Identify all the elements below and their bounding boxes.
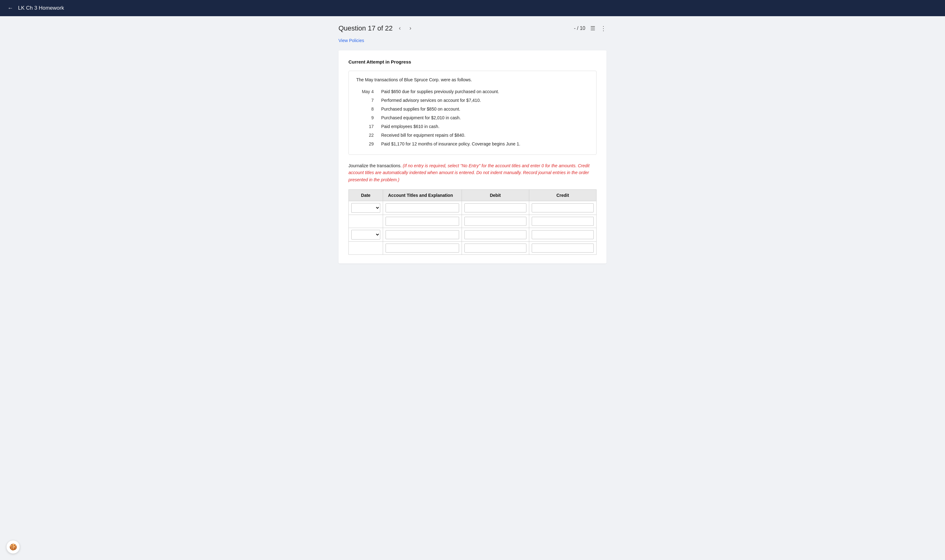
transaction-date: 9 (356, 115, 381, 120)
journal-credit-cell (529, 242, 596, 255)
journal-date-select-0[interactable]: May 4May 7May 8May 9May 17May 22May 29 (351, 203, 380, 213)
col-header-debit: Debit (462, 190, 529, 201)
journal-account-cell (383, 215, 462, 228)
journal-credit-input-1[interactable] (532, 217, 594, 226)
journal-account-input-0[interactable] (385, 203, 459, 212)
transaction-description: Performed advisory services on account f… (381, 98, 589, 103)
journal-date-cell: May 4May 7May 8May 9May 17May 22May 29 (349, 201, 383, 215)
transaction-date: 8 (356, 106, 381, 111)
top-navigation: ← LK Ch 3 Homework (0, 0, 945, 16)
journal-account-input-1[interactable] (385, 217, 459, 226)
score-text: - / 10 (574, 26, 585, 31)
journal-row (349, 242, 597, 255)
more-options-icon[interactable]: ⋮ (600, 25, 606, 32)
next-question-button[interactable]: › (407, 24, 414, 33)
journalize-instruction: Journalize the transactions. (If no entr… (348, 162, 597, 183)
transaction-row: 22 Received bill for equipment repairs o… (356, 131, 589, 140)
transaction-date: 7 (356, 98, 381, 103)
main-content: Question 17 of 22 ‹ › - / 10 ☰ ⋮ View Po… (332, 16, 613, 271)
transactions-list: May 4 Paid $650 due for supplies previou… (356, 87, 589, 148)
transaction-date: 29 (356, 142, 381, 146)
journal-debit-input-2[interactable] (464, 230, 526, 239)
list-icon[interactable]: ☰ (590, 25, 595, 32)
transaction-date: 22 (356, 133, 381, 138)
problem-box: The May transactions of Blue Spruce Corp… (348, 71, 597, 155)
journal-debit-input-3[interactable] (464, 243, 526, 252)
col-header-credit: Credit (529, 190, 596, 201)
transaction-description: Paid $650 due for supplies previously pu… (381, 89, 589, 94)
journal-account-cell (383, 228, 462, 242)
journal-table: Date Account Titles and Explanation Debi… (348, 189, 597, 255)
journal-row (349, 215, 597, 228)
view-policies-link[interactable]: View Policies (339, 38, 364, 43)
transaction-row: 17 Paid employees $610 in cash. (356, 122, 589, 131)
col-header-account: Account Titles and Explanation (383, 190, 462, 201)
journal-debit-cell (462, 215, 529, 228)
journal-account-input-3[interactable] (385, 243, 459, 252)
transaction-description: Received bill for equipment repairs of $… (381, 133, 589, 138)
attempt-label: Current Attempt in Progress (348, 59, 597, 65)
journal-credit-input-3[interactable] (532, 243, 594, 252)
journal-credit-input-2[interactable] (532, 230, 594, 239)
journal-date-cell (349, 242, 383, 255)
journal-debit-input-0[interactable] (464, 203, 526, 212)
question-score-area: - / 10 ☰ ⋮ (574, 25, 606, 32)
journal-debit-cell (462, 228, 529, 242)
question-title: Question 17 of 22 (339, 24, 393, 32)
col-header-date: Date (349, 190, 383, 201)
journal-credit-cell (529, 228, 596, 242)
journal-credit-cell (529, 215, 596, 228)
cookie-button[interactable]: 🍪 (6, 540, 20, 554)
journal-debit-input-1[interactable] (464, 217, 526, 226)
journal-debit-cell (462, 242, 529, 255)
journal-account-cell (383, 242, 462, 255)
transaction-row: 7 Performed advisory services on account… (356, 96, 589, 105)
transaction-row: 9 Purchased equipment for $2,010 in cash… (356, 113, 589, 122)
cookie-icon: 🍪 (9, 543, 17, 551)
transaction-description: Paid $1,170 for 12 months of insurance p… (381, 142, 589, 146)
nav-title: LK Ch 3 Homework (18, 5, 64, 11)
journal-date-select-2[interactable]: May 4May 7May 8May 9May 17May 22May 29 (351, 230, 380, 240)
back-button[interactable]: ← (8, 5, 13, 12)
transaction-row: 8 Purchased supplies for $850 on account… (356, 105, 589, 113)
journal-date-cell: May 4May 7May 8May 9May 17May 22May 29 (349, 228, 383, 242)
transaction-description: Paid employees $610 in cash. (381, 124, 589, 129)
journalize-plain: Journalize the transactions. (348, 163, 403, 168)
transaction-date: 17 (356, 124, 381, 129)
journal-date-cell (349, 215, 383, 228)
journal-credit-input-0[interactable] (532, 203, 594, 212)
transaction-row: May 4 Paid $650 due for supplies previou… (356, 87, 589, 96)
prev-question-button[interactable]: ‹ (396, 24, 403, 33)
journal-row: May 4May 7May 8May 9May 17May 22May 29 (349, 201, 597, 215)
transaction-date: May 4 (356, 89, 381, 94)
journal-credit-cell (529, 201, 596, 215)
journal-account-cell (383, 201, 462, 215)
transaction-row: 29 Paid $1,170 for 12 months of insuranc… (356, 140, 589, 148)
question-header: Question 17 of 22 ‹ › - / 10 ☰ ⋮ (339, 24, 606, 33)
journal-debit-cell (462, 201, 529, 215)
problem-intro: The May transactions of Blue Spruce Corp… (356, 77, 589, 82)
question-navigation: Question 17 of 22 ‹ › (339, 24, 414, 33)
transaction-description: Purchased equipment for $2,010 in cash. (381, 115, 589, 120)
transaction-description: Purchased supplies for $850 on account. (381, 106, 589, 111)
journal-row: May 4May 7May 8May 9May 17May 22May 29 (349, 228, 597, 242)
journal-account-input-2[interactable] (385, 230, 459, 239)
content-card: Current Attempt in Progress The May tran… (339, 51, 606, 263)
